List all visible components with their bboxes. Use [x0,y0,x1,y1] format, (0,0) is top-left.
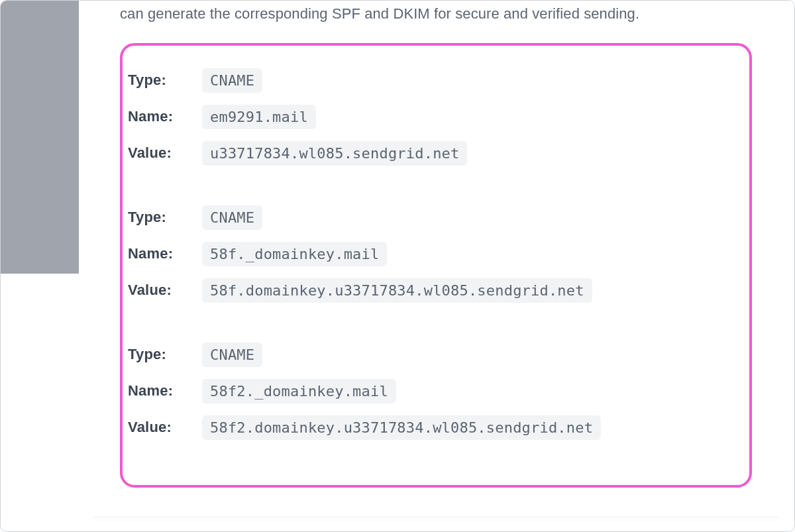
record-row-type: Type: CNAME [128,201,744,234]
dns-record: Type: CNAME Name: 58f._domainkey.mail Va… [128,201,744,307]
record-row-value: Value: 58f2.domainkey.u33717834.wl085.se… [128,411,744,444]
value-name[interactable]: 58f._domainkey.mail [202,242,387,266]
record-row-name: Name: 58f._domainkey.mail [128,238,744,270]
label-type: Type: [128,72,202,89]
dns-record: Type: CNAME Name: 58f2._domainkey.mail V… [128,339,744,444]
value-value[interactable]: 58f2.domainkey.u33717834.wl085.sendgrid.… [202,415,601,440]
record-row-type: Type: CNAME [128,339,744,371]
record-row-name: Name: em9291.mail [128,101,744,133]
label-name: Name: [128,382,202,399]
value-type[interactable]: CNAME [202,205,262,230]
record-row-value: Value: u33717834.wl085.sendgrid.net [128,137,744,170]
label-type: Type: [128,346,202,363]
dns-records-box: Type: CNAME Name: em9291.mail Value: u33… [120,43,752,488]
label-value: Value: [128,419,202,436]
label-value: Value: [128,282,202,299]
value-type[interactable]: CNAME [202,343,262,367]
sidebar-stub [1,1,79,274]
value-type[interactable]: CNAME [202,68,262,93]
footer-divider [93,517,778,522]
label-value: Value: [128,144,202,162]
record-row-value: Value: 58f.domainkey.u33717834.wl085.sen… [128,274,744,307]
value-value[interactable]: u33717834.wl085.sendgrid.net [202,141,467,166]
label-name: Name: [128,245,202,262]
value-name[interactable]: 58f2._domainkey.mail [202,379,396,403]
record-row-name: Name: 58f2._domainkey.mail [128,375,744,407]
value-value[interactable]: 58f.domainkey.u33717834.wl085.sendgrid.n… [202,278,592,303]
value-name[interactable]: em9291.mail [202,105,316,129]
label-name: Name: [128,108,202,125]
inner-panel: can generate the corresponding SPF and D… [93,1,778,522]
content-area: can generate the corresponding SPF and D… [79,1,794,531]
intro-text: can generate the corresponding SPF and D… [93,1,778,25]
dns-record: Type: CNAME Name: em9291.mail Value: u33… [128,64,744,170]
label-type: Type: [128,209,202,226]
record-row-type: Type: CNAME [128,64,744,97]
